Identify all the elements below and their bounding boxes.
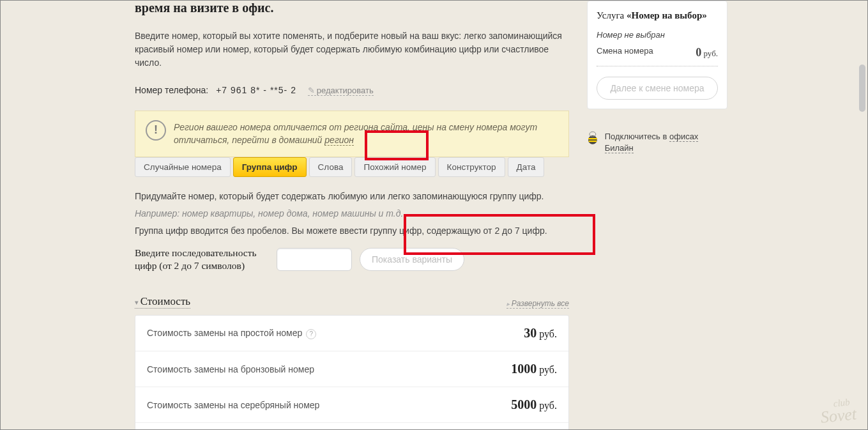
sequence-input-label: Введите последовательность цифр (от 2 до…	[135, 247, 269, 272]
tabs: Случайные номераГруппа цифрСловаПохожий …	[135, 157, 569, 177]
service-title: Услуга «Номер на выбор»	[597, 10, 718, 21]
tab-0[interactable]: Случайные номера	[135, 157, 231, 177]
tab-1[interactable]: Группа цифр	[233, 157, 307, 177]
change-currency: руб.	[703, 49, 718, 58]
region-notice: ! Регион вашего номера отличается от рег…	[135, 111, 569, 157]
price-label: Стоимость замены на серебряный номер	[147, 400, 319, 410]
service-prefix: Услуга	[597, 10, 627, 20]
tab-5[interactable]: Дата	[508, 157, 545, 177]
expand-all-link[interactable]: Развернуть все	[506, 299, 569, 309]
cost-section-title[interactable]: Стоимость	[135, 295, 190, 309]
intro-text: Введите номер, который вы хотите поменят…	[135, 29, 569, 70]
tab-4[interactable]: Конструктор	[438, 157, 505, 177]
page-title: время на визите в офис.	[135, 1, 569, 15]
service-name: «Номер на выбор»	[627, 10, 707, 20]
tab-example: Например: номер квартиры, номер дома, но…	[135, 208, 403, 219]
price-row-3: Стоимость замены на золотой номер15000ру…	[135, 423, 568, 430]
phone-value: +7 961 8* - **5- 2	[216, 85, 296, 95]
edit-link[interactable]: ✎редактировать	[308, 86, 374, 96]
svg-rect-2	[589, 141, 597, 142]
change-label: Смена номера	[597, 46, 653, 59]
scrollbar-thumb[interactable]	[859, 65, 865, 112]
notice-region-link[interactable]: регион	[324, 135, 354, 146]
next-button[interactable]: Далее к смене номера	[597, 77, 718, 100]
number-not-selected: Номер не выбран	[597, 30, 718, 40]
price-row-1: Стоимость замены на бронзовый номер1000р…	[135, 351, 568, 387]
help-icon[interactable]: ?	[306, 329, 316, 339]
price-table: Стоимость замены на простой номер?30руб.…	[135, 315, 569, 430]
tab-3[interactable]: Похожий номер	[354, 157, 435, 177]
price-value: 5000руб.	[511, 397, 557, 412]
phone-line: Номер телефона: +7 961 8* - **5- 2 ✎реда…	[135, 85, 569, 95]
price-value: 30руб.	[524, 326, 557, 341]
price-row-0: Стоимость замены на простой номер?30руб.	[135, 316, 568, 351]
bee-icon	[587, 131, 598, 145]
edit-link-label: редактировать	[317, 86, 374, 95]
price-label: Стоимость замены на бронзовый номер	[147, 364, 314, 374]
change-value: 0	[696, 46, 701, 59]
show-variants-button[interactable]: Показать варианты	[360, 248, 464, 271]
offices-block: Подключитесь в офисах Билайн	[587, 131, 727, 154]
pencil-icon: ✎	[308, 86, 315, 95]
sequence-input[interactable]	[277, 248, 352, 271]
tab-desc-2: Группа цифр вводится без пробелов. Вы мо…	[135, 224, 569, 238]
service-card: Услуга «Номер на выбор» Номер не выбран …	[587, 1, 727, 109]
svg-rect-1	[588, 138, 597, 139]
not-selected-label: Номер не выбран	[597, 30, 665, 40]
tab-2[interactable]: Слова	[309, 157, 353, 177]
price-row-2: Стоимость замены на серебряный номер5000…	[135, 387, 568, 423]
notice-text: Регион вашего номера отличается от регио…	[174, 122, 537, 145]
tab-desc-1: Придумайте номер, который будет содержат…	[135, 190, 569, 203]
warning-icon: !	[146, 120, 166, 141]
change-cost-line: Смена номера 0 руб.	[597, 46, 718, 66]
phone-label: Номер телефона:	[135, 85, 208, 95]
price-label: Стоимость замены на простой номер?	[147, 328, 316, 339]
price-value: 1000руб.	[511, 362, 557, 376]
offices-text: Подключитесь в	[605, 132, 669, 141]
